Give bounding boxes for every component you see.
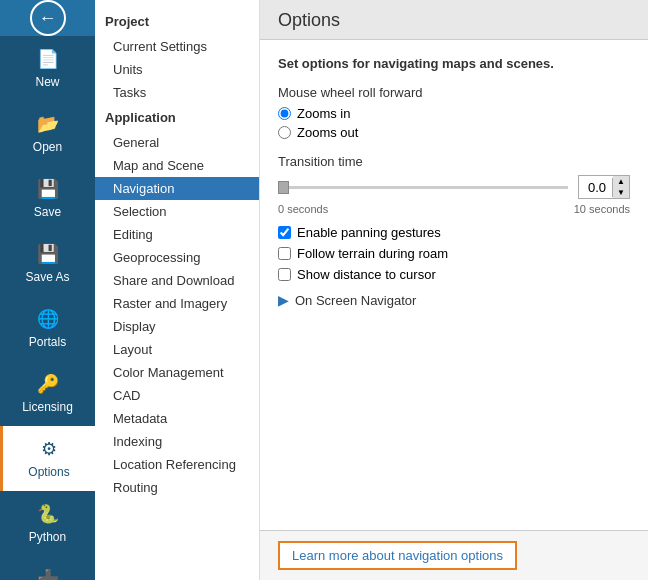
tree-header-project: Project: [95, 8, 259, 35]
sidebar-item-addin[interactable]: ➕ Add-In Ma...: [0, 556, 95, 580]
tree-item-tasks[interactable]: Tasks: [95, 81, 259, 104]
slider-track[interactable]: [278, 186, 568, 189]
open-icon: 📂: [37, 113, 59, 135]
radio-zooms-out-input[interactable]: [278, 126, 291, 139]
spinner-up[interactable]: ▲: [613, 176, 629, 187]
sidebar-item-new[interactable]: 📄 New: [0, 36, 95, 101]
checkbox-panning-input[interactable]: [278, 226, 291, 239]
sidebar-item-save-as[interactable]: 💾 Save As: [0, 231, 95, 296]
tree-item-indexing[interactable]: Indexing: [95, 430, 259, 453]
tree-item-raster[interactable]: Raster and Imagery: [95, 292, 259, 315]
sidebar-item-licensing[interactable]: 🔑 Licensing: [0, 361, 95, 426]
radio-zooms-in-input[interactable]: [278, 107, 291, 120]
spinner-value: 0.0: [579, 178, 613, 197]
python-icon: 🐍: [37, 503, 59, 525]
slider-thumb[interactable]: [278, 181, 289, 194]
tree-item-display[interactable]: Display: [95, 315, 259, 338]
tree-item-layout[interactable]: Layout: [95, 338, 259, 361]
tree-item-selection[interactable]: Selection: [95, 200, 259, 223]
tree-item-cad[interactable]: CAD: [95, 384, 259, 407]
mouse-wheel-options: Zooms in Zooms out: [278, 106, 630, 140]
save-as-icon: 💾: [37, 243, 59, 265]
slider-row: 0.0 ▲ ▼: [278, 175, 630, 199]
options-title-bar: Options: [260, 0, 648, 40]
checkbox-terrain[interactable]: Follow terrain during roam: [278, 246, 630, 261]
tree-item-geoprocessing[interactable]: Geoprocessing: [95, 246, 259, 269]
tree-panel[interactable]: Project Current Settings Units Tasks App…: [95, 0, 260, 580]
sidebar-item-portals[interactable]: 🌐 Portals: [0, 296, 95, 361]
tree-item-routing[interactable]: Routing: [95, 476, 259, 499]
spinner-down[interactable]: ▼: [613, 187, 629, 198]
slider-min-label: 0 seconds: [278, 203, 328, 215]
checkbox-distance[interactable]: Show distance to cursor: [278, 267, 630, 282]
options-icon: ⚙: [41, 438, 57, 460]
options-panel: Options Set options for navigating maps …: [260, 0, 648, 580]
tree-item-navigation[interactable]: Navigation: [95, 177, 259, 200]
spinner-box: 0.0 ▲ ▼: [578, 175, 630, 199]
mouse-wheel-label: Mouse wheel roll forward: [278, 85, 630, 100]
tree-item-map-scene[interactable]: Map and Scene: [95, 154, 259, 177]
sidebar: ← 📄 New 📂 Open 💾 Save 💾 Save As 🌐 Portal…: [0, 0, 95, 580]
tree-item-units[interactable]: Units: [95, 58, 259, 81]
on-screen-nav-label: On Screen Navigator: [295, 293, 416, 308]
checkbox-distance-input[interactable]: [278, 268, 291, 281]
sidebar-item-options[interactable]: ⚙ Options: [0, 426, 95, 491]
sidebar-item-open[interactable]: 📂 Open: [0, 101, 95, 166]
tree-item-location-referencing[interactable]: Location Referencing: [95, 453, 259, 476]
options-title: Options: [278, 10, 630, 31]
on-screen-navigator[interactable]: ▶ On Screen Navigator: [278, 292, 630, 308]
options-body: Set options for navigating maps and scen…: [260, 40, 648, 530]
tree-item-current-settings[interactable]: Current Settings: [95, 35, 259, 58]
transition-time-label: Transition time: [278, 154, 630, 169]
main-content: Project Current Settings Units Tasks App…: [95, 0, 648, 580]
tree-item-general[interactable]: General: [95, 131, 259, 154]
learn-more-link[interactable]: Learn more about navigation options: [278, 541, 517, 570]
addin-icon: ➕: [37, 568, 59, 580]
radio-zooms-out[interactable]: Zooms out: [278, 125, 630, 140]
slider-max-label: 10 seconds: [574, 203, 630, 215]
tree-item-editing[interactable]: Editing: [95, 223, 259, 246]
radio-zooms-in[interactable]: Zooms in: [278, 106, 630, 121]
tree-item-share-download[interactable]: Share and Download: [95, 269, 259, 292]
sidebar-item-python[interactable]: 🐍 Python: [0, 491, 95, 556]
checkbox-panning[interactable]: Enable panning gestures: [278, 225, 630, 240]
tree-panel-inner: Project Current Settings Units Tasks App…: [95, 0, 259, 507]
portals-icon: 🌐: [37, 308, 59, 330]
spinner-buttons: ▲ ▼: [613, 176, 629, 198]
options-description: Set options for navigating maps and scen…: [278, 56, 630, 71]
on-screen-nav-arrow: ▶: [278, 292, 289, 308]
checkbox-terrain-input[interactable]: [278, 247, 291, 260]
slider-labels: 0 seconds 10 seconds: [278, 203, 630, 215]
back-button[interactable]: ←: [0, 0, 95, 36]
sidebar-item-save[interactable]: 💾 Save: [0, 166, 95, 231]
tree-header-application: Application: [95, 104, 259, 131]
tree-item-color-management[interactable]: Color Management: [95, 361, 259, 384]
back-icon: ←: [30, 0, 66, 36]
save-icon: 💾: [37, 178, 59, 200]
options-footer: Learn more about navigation options: [260, 530, 648, 580]
tree-item-metadata[interactable]: Metadata: [95, 407, 259, 430]
licensing-icon: 🔑: [37, 373, 59, 395]
new-icon: 📄: [37, 48, 59, 70]
